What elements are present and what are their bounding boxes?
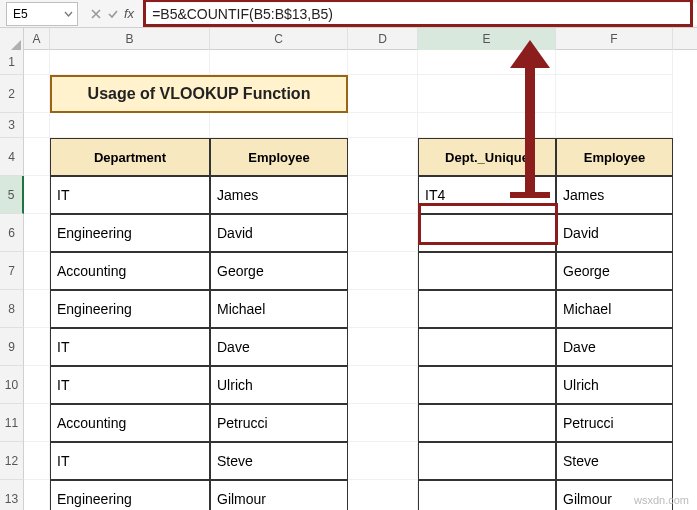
cell-D9[interactable] <box>348 328 418 366</box>
left-dept-7[interactable]: IT <box>50 442 210 480</box>
cell-D11[interactable] <box>348 404 418 442</box>
col-header-F[interactable]: F <box>556 28 673 52</box>
left-dept-3[interactable]: Engineering <box>50 290 210 328</box>
right-uniq-7[interactable] <box>418 442 556 480</box>
right-uniq-5[interactable] <box>418 366 556 404</box>
cell-A9[interactable] <box>24 328 50 366</box>
row-header-10[interactable]: 10 <box>0 366 24 404</box>
right-uniq-4[interactable] <box>418 328 556 366</box>
cell-D12[interactable] <box>348 442 418 480</box>
cell-A4[interactable] <box>24 138 50 176</box>
right-emp-7[interactable]: Steve <box>556 442 673 480</box>
cell-D8[interactable] <box>348 290 418 328</box>
right-emp-2[interactable]: George <box>556 252 673 290</box>
row-header-9[interactable]: 9 <box>0 328 24 366</box>
right-uniq-6[interactable] <box>418 404 556 442</box>
row-header-5[interactable]: 5 <box>0 176 24 214</box>
cell-blank-r3[interactable] <box>210 113 348 138</box>
formula-bar[interactable]: =B5&COUNTIF(B5:B$13,B5) <box>146 3 697 25</box>
cell-blank[interactable] <box>210 50 348 75</box>
right-emp-3[interactable]: Michael <box>556 290 673 328</box>
cell-blank[interactable] <box>50 50 210 75</box>
cell-D4[interactable] <box>348 138 418 176</box>
cell-D2[interactable] <box>348 75 418 113</box>
row-header-3[interactable]: 3 <box>0 113 24 138</box>
left-dept-8[interactable]: Engineering <box>50 480 210 510</box>
cell-A13[interactable] <box>24 480 50 510</box>
left-emp-7[interactable]: Steve <box>210 442 348 480</box>
cell-A8[interactable] <box>24 290 50 328</box>
cell-A6[interactable] <box>24 214 50 252</box>
col-header-C[interactable]: C <box>210 28 348 52</box>
cell-A7[interactable] <box>24 252 50 290</box>
cell-blank[interactable] <box>348 50 418 75</box>
right-uniq-2[interactable] <box>418 252 556 290</box>
row-header-12[interactable]: 12 <box>0 442 24 480</box>
right-emp-5[interactable]: Ulrich <box>556 366 673 404</box>
right-uniq-8[interactable] <box>418 480 556 510</box>
enter-icon[interactable] <box>107 8 119 20</box>
cell-A5[interactable] <box>24 176 50 214</box>
cell-blank-r3[interactable] <box>418 113 556 138</box>
cell-A12[interactable] <box>24 442 50 480</box>
cell-A2[interactable] <box>24 75 50 113</box>
cell-D6[interactable] <box>348 214 418 252</box>
cell-D10[interactable] <box>348 366 418 404</box>
cell-F2[interactable] <box>556 75 673 113</box>
row-header-7[interactable]: 7 <box>0 252 24 290</box>
row-header-1[interactable]: 1 <box>0 50 24 75</box>
left-dept-6[interactable]: Accounting <box>50 404 210 442</box>
right-emp-4[interactable]: Dave <box>556 328 673 366</box>
left-emp-3[interactable]: Michael <box>210 290 348 328</box>
cell-blank-r3[interactable] <box>556 113 673 138</box>
row-header-13[interactable]: 13 <box>0 480 24 510</box>
right-uniq-1[interactable] <box>418 214 556 252</box>
cell-D5[interactable] <box>348 176 418 214</box>
cell-blank-r3[interactable] <box>348 113 418 138</box>
fx-icon[interactable]: fx <box>124 6 134 21</box>
row-header-6[interactable]: 6 <box>0 214 24 252</box>
left-emp-2[interactable]: George <box>210 252 348 290</box>
cell-A11[interactable] <box>24 404 50 442</box>
row-header-4[interactable]: 4 <box>0 138 24 176</box>
row-header-2[interactable]: 2 <box>0 75 24 113</box>
left-emp-0[interactable]: James <box>210 176 348 214</box>
cell-blank-r3[interactable] <box>50 113 210 138</box>
left-dept-4[interactable]: IT <box>50 328 210 366</box>
cell-blank[interactable] <box>556 50 673 75</box>
right-emp-0[interactable]: James <box>556 176 673 214</box>
col-header-E[interactable]: E <box>418 28 556 52</box>
cell-blank[interactable] <box>418 50 556 75</box>
worksheet-grid[interactable]: A B C D E F 12Usage of VLOOKUP Function3… <box>0 28 697 510</box>
left-dept-5[interactable]: IT <box>50 366 210 404</box>
col-header-B[interactable]: B <box>50 28 210 52</box>
grid-rows: 12Usage of VLOOKUP Function34DepartmentE… <box>0 50 697 510</box>
cell-A10[interactable] <box>24 366 50 404</box>
left-emp-8[interactable]: Gilmour <box>210 480 348 510</box>
left-dept-0[interactable]: IT <box>50 176 210 214</box>
cell-blank-r3[interactable] <box>24 113 50 138</box>
col-header-D[interactable]: D <box>348 28 418 52</box>
cell-E2[interactable] <box>418 75 556 113</box>
cell-D13[interactable] <box>348 480 418 510</box>
col-header-A[interactable]: A <box>24 28 50 52</box>
row-header-8[interactable]: 8 <box>0 290 24 328</box>
name-box[interactable]: E5 <box>6 2 78 26</box>
cell-D7[interactable] <box>348 252 418 290</box>
left-emp-6[interactable]: Petrucci <box>210 404 348 442</box>
left-emp-4[interactable]: Dave <box>210 328 348 366</box>
cell-blank[interactable] <box>24 50 50 75</box>
right-uniq-3[interactable] <box>418 290 556 328</box>
formula-bar-controls: fx <box>82 6 146 21</box>
right-emp-1[interactable]: David <box>556 214 673 252</box>
watermark: wsxdn.com <box>634 494 689 506</box>
left-dept-1[interactable]: Engineering <box>50 214 210 252</box>
row-header-11[interactable]: 11 <box>0 404 24 442</box>
right-emp-6[interactable]: Petrucci <box>556 404 673 442</box>
left-emp-1[interactable]: David <box>210 214 348 252</box>
right-uniq-0[interactable]: IT4 <box>418 176 556 214</box>
left-dept-2[interactable]: Accounting <box>50 252 210 290</box>
left-emp-5[interactable]: Ulrich <box>210 366 348 404</box>
cancel-icon[interactable] <box>90 8 102 20</box>
select-all-corner[interactable] <box>0 28 24 52</box>
